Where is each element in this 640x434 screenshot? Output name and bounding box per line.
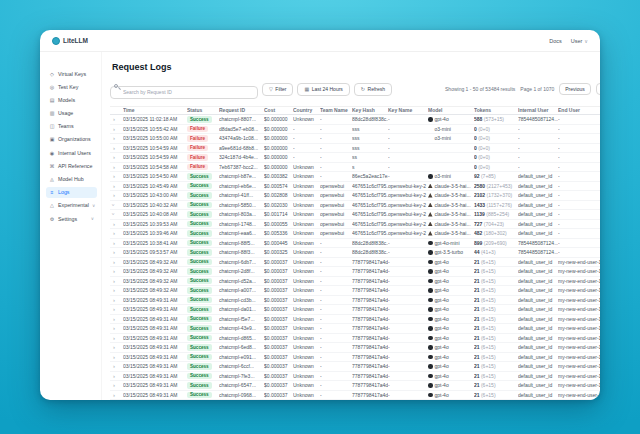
sidebar-item-logs[interactable]: ≡ Logs (46, 187, 97, 198)
table-row[interactable]: › 03/15/2025 08:49:32 AM Success chatcmp… (110, 258, 600, 268)
expand-chevron-icon[interactable]: › (113, 183, 115, 189)
expand-chevron-icon[interactable]: › (113, 306, 115, 312)
table-row[interactable]: › 03/15/2025 10:54:59 AM Failure a9ee681… (110, 144, 600, 154)
expand-chevron-icon[interactable]: › (113, 164, 115, 170)
expand-chevron-icon[interactable]: › (113, 240, 115, 246)
table-row[interactable]: › 03/15/2025 08:49:31 AM Success chatcmp… (110, 334, 600, 344)
app-window: LiteLLM Docs User ∨ ◇ Virtual Keys ◎ Tes… (40, 30, 600, 400)
table-row[interactable]: › 03/15/2025 11:02:18 AM Success chatcmp… (110, 115, 600, 125)
table-row[interactable]: › 03/15/2025 08:49:31 AM Success chatcmp… (110, 372, 600, 382)
table-row[interactable]: › 03/15/2025 10:55:00 AM Failure 43474a9… (110, 134, 600, 144)
cell-team-name: openwebui (320, 230, 352, 236)
table-row[interactable]: › 03/15/2025 10:43:00 AM Success chatcmp… (110, 191, 600, 201)
docs-link[interactable]: Docs (549, 38, 562, 44)
expand-chevron-icon[interactable]: › (113, 259, 115, 265)
expand-chevron-icon[interactable]: › (113, 135, 115, 141)
sidebar-nav: ◇ Virtual Keys ◎ Test Key ▤ Models ▥ Usa… (40, 52, 102, 400)
table-row[interactable]: › 03/15/2025 08:49:31 AM Success chatcmp… (110, 315, 600, 325)
refresh-button[interactable]: ↻ Refresh (354, 83, 392, 96)
expand-chevron-icon[interactable]: › (113, 316, 115, 322)
expand-chevron-icon[interactable]: › (111, 204, 117, 206)
user-menu[interactable]: User ∨ (571, 38, 588, 44)
table-row[interactable]: › 03/15/2025 10:40:08 AM Success chatcmp… (110, 210, 600, 220)
table-row[interactable]: › 03/15/2025 10:39:53 AM Success chatcmp… (110, 220, 600, 230)
expand-chevron-icon[interactable]: › (113, 335, 115, 341)
sidebar-item-organizations[interactable]: ▣ Organizations (46, 134, 97, 145)
table-row[interactable]: › 03/15/2025 08:49:31 AM Success chatcmp… (110, 296, 600, 306)
expand-chevron-icon[interactable]: › (113, 173, 115, 179)
sidebar-item-teams[interactable]: ◫ Teams (46, 121, 97, 132)
table-row[interactable]: › 03/15/2025 08:49:32 AM Success chatcmp… (110, 286, 600, 296)
search-input[interactable] (110, 86, 258, 99)
table-row[interactable]: › 03/15/2025 10:54:58 AM Failure 7eb6738… (110, 163, 600, 173)
cell-team-name: - (320, 268, 352, 274)
expand-chevron-icon[interactable]: › (113, 145, 115, 151)
table-row[interactable]: › 03/15/2025 08:49:31 AM Success chatcmp… (110, 353, 600, 363)
cell-country: Unknown (293, 306, 320, 312)
expand-chevron-icon[interactable]: › (113, 230, 115, 236)
cell-country: Unknown (293, 335, 320, 341)
table-row[interactable]: › 03/15/2025 10:54:59 AM Failure 324c187… (110, 153, 600, 163)
cell-key-name: - (388, 316, 428, 322)
filter-button[interactable]: ▽ Filter (262, 83, 293, 96)
expand-chevron-icon[interactable]: › (113, 392, 115, 398)
status-badge: Failure (187, 164, 208, 171)
sidebar-item-model-hub[interactable]: ◬ Model Hub (46, 174, 97, 185)
expand-chevron-icon[interactable]: › (113, 192, 115, 198)
expand-chevron-icon[interactable]: › (113, 249, 115, 255)
sidebar-item-internal-users[interactable]: ◉ Internal Users (46, 147, 97, 158)
expand-chevron-icon[interactable]: › (113, 116, 115, 122)
expand-chevron-icon[interactable]: › (113, 154, 115, 160)
expand-chevron-icon[interactable]: › (113, 297, 115, 303)
sidebar-item-test-key[interactable]: ◎ Test Key (46, 81, 97, 92)
sidebar-item-usage[interactable]: ▥ Usage (46, 108, 97, 119)
cell-team-name: - (320, 287, 352, 293)
table-row[interactable]: › 03/15/2025 08:49:31 AM Success chatcmp… (110, 381, 600, 391)
openai-icon (428, 288, 433, 293)
table-row[interactable]: › 03/15/2025 10:55:42 AM Failure d8dad5e… (110, 125, 600, 135)
table-row[interactable]: › 03/15/2025 10:38:41 AM Success chatcmp… (110, 239, 600, 249)
table-row[interactable]: › 03/15/2025 08:49:31 AM Success chatcmp… (110, 343, 600, 353)
expand-chevron-icon[interactable]: › (113, 382, 115, 388)
expand-chevron-icon[interactable]: › (113, 268, 115, 274)
cell-end-user: - (558, 183, 600, 189)
calendar-icon: ▦ (304, 87, 309, 92)
expand-chevron-icon[interactable]: › (113, 344, 115, 350)
expand-chevron-icon[interactable]: › (113, 221, 115, 227)
cell-internal-user: default_user_id (518, 211, 558, 217)
table-row[interactable]: › 03/15/2025 09:53:57 AM Success chatcmp… (110, 248, 600, 258)
status-badge: Success (187, 382, 212, 389)
time-range-button[interactable]: ▦ Last 24 Hours (297, 83, 349, 96)
table-row[interactable]: › 03/15/2025 10:40:32 AM Success chatcmp… (110, 201, 600, 211)
next-page-button[interactable]: Next (596, 83, 600, 95)
sidebar-item-settings[interactable]: ⚙ Settings ∨ (46, 213, 97, 224)
cell-team-name: - (320, 373, 352, 379)
expand-chevron-icon[interactable]: › (113, 278, 115, 284)
table-row[interactable]: › 03/15/2025 08:49:31 AM Success chatcmp… (110, 305, 600, 315)
table-row[interactable]: › 03/15/2025 08:49:31 AM Success chatcmp… (110, 391, 600, 401)
expand-chevron-icon[interactable]: › (111, 213, 117, 215)
sidebar-item-models[interactable]: ▤ Models (46, 94, 97, 105)
cell-country: - (293, 145, 320, 151)
cell-key-hash: 7787798417a4d... (352, 306, 388, 312)
expand-chevron-icon[interactable]: › (113, 287, 115, 293)
sidebar-item-virtual-keys[interactable]: ◇ Virtual Keys (46, 68, 97, 79)
expand-chevron-icon[interactable]: › (113, 325, 115, 331)
table-row[interactable]: › 03/15/2025 10:39:46 AM Success chatcmp… (110, 229, 600, 239)
cell-time: 03/15/2025 08:49:31 AM (123, 316, 187, 322)
table-row[interactable]: › 03/15/2025 08:49:31 AM Success chatcmp… (110, 362, 600, 372)
table-row[interactable]: › 03/15/2025 10:54:50 AM Success chatcmp… (110, 172, 600, 182)
table-row[interactable]: › 03/15/2025 08:49:32 AM Success chatcmp… (110, 267, 600, 277)
cell-key-hash: 7787798417a4d... (352, 278, 388, 284)
cell-team-name: - (320, 354, 352, 360)
table-row[interactable]: › 03/15/2025 08:49:32 AM Success chatcmp… (110, 277, 600, 287)
expand-chevron-icon[interactable]: › (113, 373, 115, 379)
previous-page-button[interactable]: Previous (559, 83, 590, 95)
sidebar-item-experimental[interactable]: △ Experimental ∨ (46, 200, 97, 211)
table-row[interactable]: › 03/15/2025 08:49:31 AM Success chatcmp… (110, 324, 600, 334)
sidebar-item-api-reference[interactable]: ⌘ API Reference (46, 160, 97, 171)
table-row[interactable]: › 03/15/2025 10:45:49 AM Success chatcmp… (110, 182, 600, 192)
expand-chevron-icon[interactable]: › (113, 354, 115, 360)
expand-chevron-icon[interactable]: › (113, 363, 115, 369)
expand-chevron-icon[interactable]: › (113, 126, 115, 132)
